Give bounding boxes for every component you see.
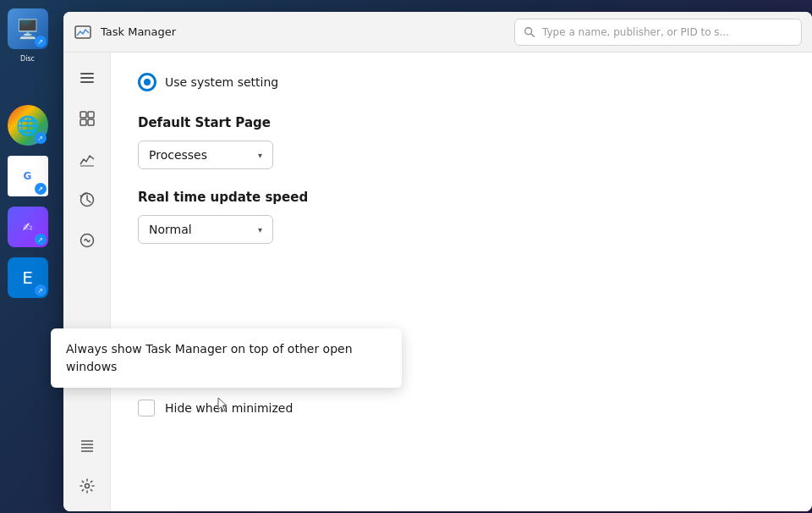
task-manager-window-icon bbox=[74, 23, 92, 41]
search-placeholder: Type a name, publisher, or PID to s... bbox=[542, 26, 729, 38]
real-time-update-heading: Real time update speed bbox=[138, 190, 785, 205]
svg-rect-9 bbox=[88, 119, 94, 125]
hide-when-minimized-item[interactable]: Hide when minimized bbox=[138, 400, 785, 416]
always-on-top-tooltip: Always show Task Manager on top of other… bbox=[51, 328, 402, 388]
watermark: groovyPost.com bbox=[657, 485, 795, 503]
sidebar-item-settings[interactable] bbox=[69, 467, 106, 505]
chrome-overlay-arrow: ↗ bbox=[35, 132, 47, 144]
sidebar-item-performance[interactable] bbox=[69, 141, 106, 178]
svg-rect-6 bbox=[80, 112, 86, 118]
svg-rect-8 bbox=[80, 119, 86, 125]
svg-point-17 bbox=[85, 484, 89, 488]
use-system-setting-option[interactable]: Use system setting bbox=[138, 73, 785, 91]
watermark-prefix: groovy bbox=[657, 485, 716, 503]
disc-label: Disc bbox=[20, 55, 35, 63]
default-start-page-heading: Default Start Page bbox=[138, 115, 785, 130]
task-manager-window: Task Manager Type a name, publisher, or … bbox=[63, 12, 812, 511]
google-overlay-arrow: ↗ bbox=[35, 183, 47, 195]
search-icon bbox=[524, 26, 535, 38]
svg-line-2 bbox=[531, 33, 535, 36]
use-system-setting-radio[interactable] bbox=[138, 73, 156, 91]
window-title: Task Manager bbox=[101, 25, 176, 38]
normal-dropdown-value: Normal bbox=[149, 223, 192, 236]
normal-dropdown-arrow: ▾ bbox=[258, 225, 262, 234]
sidebar-item-processes[interactable] bbox=[69, 100, 106, 137]
search-box[interactable]: Type a name, publisher, or PID to s... bbox=[514, 19, 802, 46]
sign-overlay-arrow: ↗ bbox=[35, 234, 47, 245]
hide-when-minimized-label: Hide when minimized bbox=[165, 401, 293, 415]
sidebar-item-menu[interactable] bbox=[69, 59, 106, 97]
main-content: Use system setting Default Start Page Pr… bbox=[63, 52, 812, 511]
watermark-suffix: Post.com bbox=[716, 485, 795, 503]
taskbar-left: 🖥️ ↗ Disc 🌐 ↗ G ↗ ✍ ↗ E ↗ bbox=[0, 0, 55, 513]
disc-overlay-arrow: ↗ bbox=[35, 36, 47, 47]
svg-rect-7 bbox=[88, 112, 94, 118]
hide-when-minimized-checkbox[interactable] bbox=[138, 400, 155, 416]
sidebar-item-history[interactable] bbox=[69, 181, 106, 218]
tooltip-text: Always show Task Manager on top of other… bbox=[66, 342, 353, 373]
content-panel: Use system setting Default Start Page Pr… bbox=[111, 52, 812, 511]
google-taskbar-icon[interactable]: G ↗ bbox=[8, 156, 48, 196]
chrome-taskbar-icon[interactable]: 🌐 ↗ bbox=[8, 105, 48, 146]
sidebar-item-details[interactable] bbox=[69, 427, 106, 464]
ms-overlay-arrow: ↗ bbox=[35, 284, 47, 296]
default-start-page-arrow: ▾ bbox=[258, 151, 262, 160]
sidebar-item-efficiency[interactable] bbox=[69, 222, 106, 259]
title-bar: Task Manager Type a name, publisher, or … bbox=[63, 12, 812, 52]
sidebar bbox=[63, 52, 111, 511]
real-time-update-dropdown[interactable]: Normal ▾ bbox=[138, 215, 273, 244]
sign-taskbar-icon[interactable]: ✍ ↗ bbox=[8, 207, 48, 247]
default-start-page-value: Processes bbox=[149, 148, 207, 162]
use-system-setting-label: Use system setting bbox=[165, 75, 278, 89]
ms-taskbar-icon[interactable]: E ↗ bbox=[8, 257, 48, 298]
default-start-page-dropdown[interactable]: Processes ▾ bbox=[138, 141, 273, 169]
disc-taskbar-icon[interactable]: 🖥️ ↗ Disc bbox=[8, 8, 48, 49]
